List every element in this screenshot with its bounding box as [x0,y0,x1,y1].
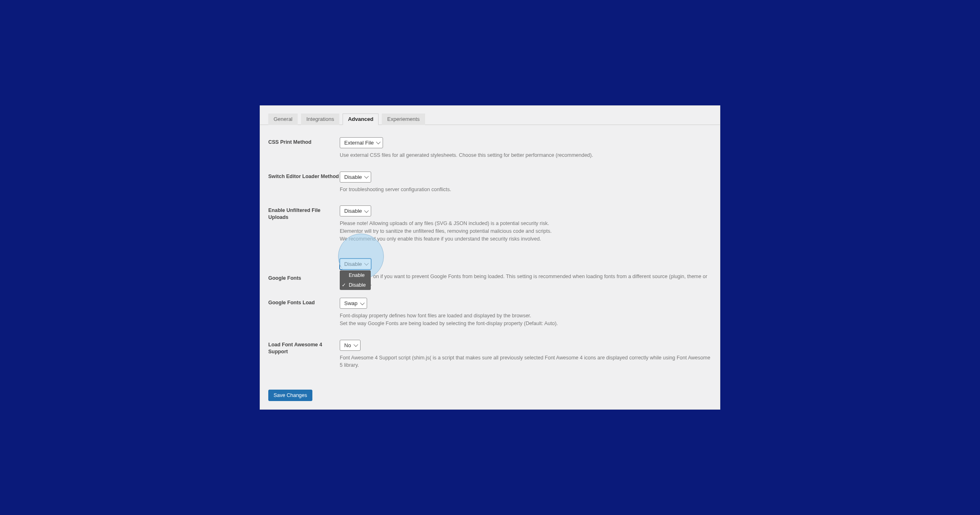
tab-integrations[interactable]: Integrations [301,114,339,125]
desc-css-print: Use external CSS files for all generated… [340,152,712,159]
desc-line: Elementor will try to sanitize the unfil… [340,228,552,234]
control-switch-editor: Disable For troubleshooting server confi… [340,172,712,194]
desc-text: on if you want to prevent Google Fonts f… [373,274,707,279]
row-unfiltered-uploads: Enable Unfiltered File Uploads Disable P… [260,205,720,255]
tab-advanced[interactable]: Advanced [343,114,379,125]
chevron-down-icon [353,342,358,347]
select-value: External File [344,140,374,146]
tab-experiments[interactable]: Experiements [382,114,425,125]
save-wrap: Save Changes [260,381,720,409]
label-google-fonts-load: Google Fonts Load [268,298,340,306]
label-google-fonts: Google Fonts [268,259,340,282]
settings-rows: CSS Print Method External File Use exter… [260,125,720,381]
select-css-print[interactable]: External File [340,137,383,148]
desc-line: Font-display property defines how font f… [340,313,531,319]
chevron-down-icon [364,208,369,213]
option-label: Disable [349,282,366,288]
row-google-fonts: Google Fonts Disable Enable ✓ Disable hi… [260,255,720,301]
chevron-down-icon [360,301,364,305]
desc-google-fonts-load: Font-display property defines how font f… [340,312,712,328]
control-font-awesome-4: No Font Awesome 4 Support script (shim.j… [340,340,712,370]
select-switch-editor[interactable]: Disable [340,172,371,183]
desc-font-awesome-4: Font Awesome 4 Support script (shim.js( … [340,354,712,370]
row-google-fonts-load: Google Fonts Load Swap Font-display prop… [260,298,720,340]
control-google-fonts: Disable Enable ✓ Disable hidden spacer o… [340,259,712,288]
label-css-print: CSS Print Method [268,137,340,146]
select-unfiltered-uploads[interactable]: Disable [340,205,371,216]
row-css-print: CSS Print Method External File Use exter… [260,137,720,172]
select-value: No [344,342,351,348]
dropdown-google-fonts: Enable ✓ Disable [340,270,371,290]
select-google-fonts-load[interactable]: Swap [340,298,367,309]
select-value: Swap [344,300,358,306]
settings-panel: General Integrations Advanced Experiemen… [260,105,720,410]
desc-line: Set the way Google Fonts are being loade… [340,321,558,326]
control-css-print: External File Use external CSS files for… [340,137,712,159]
control-google-fonts-load: Swap Font-display property defines how f… [340,298,712,328]
chevron-down-icon [364,261,369,265]
select-value: Disable [344,261,362,267]
option-enable[interactable]: Enable [340,270,371,280]
tab-general[interactable]: General [268,114,298,125]
chevron-down-icon [364,174,369,178]
desc-unfiltered-uploads: Please note! Allowing uploads of any fil… [340,220,712,243]
select-google-fonts[interactable]: Disable [340,259,371,270]
option-disable[interactable]: ✓ Disable [340,280,371,290]
desc-google-fonts: hidden spacer on if you want to prevent … [340,273,712,288]
check-icon: ✓ [342,282,346,288]
row-switch-editor: Switch Editor Loader Method Disable For … [260,172,720,206]
label-switch-editor: Switch Editor Loader Method [268,172,340,180]
chevron-down-icon [376,140,381,144]
row-font-awesome-4: Load Font Awesome 4 Support No Font Awes… [260,340,720,382]
select-value: Disable [344,174,362,180]
save-button[interactable]: Save Changes [268,390,312,401]
control-unfiltered-uploads: Disable Please note! Allowing uploads of… [340,205,712,243]
label-font-awesome-4: Load Font Awesome 4 Support [268,340,340,355]
label-unfiltered-uploads: Enable Unfiltered File Uploads [268,205,340,221]
desc-line: We recommend you only enable this featur… [340,236,541,242]
desc-line: Please note! Allowing uploads of any fil… [340,221,549,226]
desc-switch-editor: For troubleshooting server configuration… [340,186,712,194]
tabs-bar: General Integrations Advanced Experiemen… [260,106,720,125]
select-value: Disable [344,208,362,214]
select-font-awesome-4[interactable]: No [340,340,361,351]
